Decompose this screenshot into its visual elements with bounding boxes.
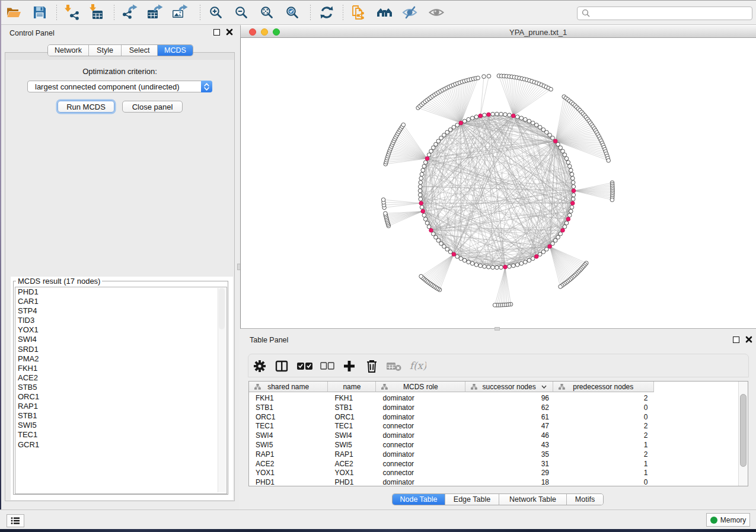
tab-motifs[interactable]: Motifs [567,494,603,505]
mcds-result-item[interactable]: FKH1 [15,364,227,373]
close-panel-button[interactable]: Close panel [122,101,183,113]
select-all-button[interactable] [296,357,314,375]
column-header-MCDS-role[interactable]: MCDS role [376,382,465,392]
cell-successor-nodes[interactable]: 46 [513,431,549,441]
cell-successor-nodes[interactable]: 61 [513,413,549,422]
mcds-result-item[interactable]: TID3 [15,316,227,325]
cell-shared-name[interactable]: ACE2 [256,460,274,469]
network-canvas[interactable] [240,38,756,329]
mcds-result-item[interactable]: SRD1 [15,345,227,354]
cell-predecessor-nodes[interactable]: 2 [613,450,648,460]
cell-name[interactable]: ORC1 [334,413,354,422]
optimization-criterion-select[interactable]: largest connected component (undirected) [27,81,212,92]
table-vertical-scrollbar[interactable] [738,382,748,486]
cell-shared-name[interactable]: PHD1 [256,478,275,486]
mcds-result-item[interactable]: ACE2 [15,373,227,383]
cell-successor-nodes[interactable]: 29 [513,469,549,478]
table-scrollbar-thumb[interactable] [740,394,747,467]
close-table-panel-icon[interactable] [745,336,752,343]
delete-column-button[interactable] [363,357,381,375]
cell-successor-nodes[interactable]: 62 [513,403,549,413]
mcds-result-item[interactable]: YOX1 [15,325,227,335]
zoom-fit-button[interactable] [257,3,277,22]
float-table-panel-icon[interactable] [733,336,739,343]
cell-MCDS-role[interactable]: dominator [382,403,414,413]
export-image-button[interactable] [170,3,190,22]
hide-selected-button[interactable] [400,3,420,22]
cell-MCDS-role[interactable]: connector [382,441,414,450]
copy-network-button[interactable] [349,3,369,22]
delete-table-button[interactable] [385,357,403,375]
tab-node-table[interactable]: Node Table [393,494,445,505]
cell-predecessor-nodes[interactable]: 0 [613,403,648,413]
cell-name[interactable]: PHD1 [334,478,353,486]
deselect-all-button[interactable] [318,357,336,375]
run-mcds-button[interactable]: Run MCDS [58,101,114,113]
cell-successor-nodes[interactable]: 96 [513,394,549,403]
cell-successor-nodes[interactable]: 31 [513,460,549,469]
cell-predecessor-nodes[interactable]: 1 [613,469,648,478]
column-header-predecessor-nodes[interactable]: predecessor nodes [553,382,654,392]
cell-successor-nodes[interactable]: 47 [513,422,549,431]
cell-MCDS-role[interactable]: dominator [382,478,414,486]
cell-MCDS-role[interactable]: dominator [382,450,414,460]
cell-predecessor-nodes[interactable]: 2 [613,431,648,441]
cell-name[interactable]: YOX1 [334,469,353,478]
cell-MCDS-role[interactable]: dominator [382,431,414,441]
cell-MCDS-role[interactable]: connector [382,460,414,469]
network-window-titlebar[interactable]: YPA_prune.txt_1 [240,25,756,38]
cell-shared-name[interactable]: SWI4 [256,431,273,441]
import-table-button[interactable] [87,3,107,22]
mcds-result-item[interactable]: SWI4 [15,335,227,344]
close-panel-icon[interactable] [226,28,233,36]
cell-predecessor-nodes[interactable]: 1 [613,441,648,450]
mcds-result-item[interactable]: TEC1 [15,430,227,440]
show-all-button[interactable] [426,3,446,22]
mcds-result-item[interactable]: PMA2 [15,354,227,364]
zoom-selected-button[interactable] [282,3,302,22]
cell-name[interactable]: SWI5 [334,441,352,450]
minimize-window-light[interactable] [261,28,268,36]
mcds-result-item[interactable]: ORC1 [15,392,227,402]
cell-predecessor-nodes[interactable]: 0 [613,478,648,486]
cell-shared-name[interactable]: SWI5 [256,441,273,450]
column-header-name[interactable]: name [328,382,376,392]
cell-name[interactable]: SWI4 [334,431,352,441]
mcds-result-item[interactable]: PHD1 [15,287,227,297]
cell-name[interactable]: ACE2 [334,460,353,469]
cell-MCDS-role[interactable]: dominator [382,413,414,422]
cell-predecessor-nodes[interactable]: 0 [613,413,648,422]
cell-MCDS-role[interactable]: connector [382,469,414,478]
cell-name[interactable]: FKH1 [334,394,353,403]
mcds-result-item[interactable]: CAR1 [15,297,227,306]
mcds-list-scrollbar[interactable] [218,288,226,492]
cell-successor-nodes[interactable]: 35 [513,450,549,460]
close-window-light[interactable] [249,28,256,36]
cell-name[interactable]: TEC1 [334,422,353,431]
cell-MCDS-role[interactable]: connector [382,422,414,431]
cell-name[interactable]: RAP1 [334,450,353,460]
cell-MCDS-role[interactable]: dominator [382,394,414,403]
cell-shared-name[interactable]: TEC1 [256,422,274,431]
memory-button[interactable]: Memory [706,513,750,527]
horizontal-splitter-handle[interactable] [495,327,500,331]
export-network-button[interactable] [120,3,141,22]
tab-select[interactable]: Select [122,45,158,56]
column-header-successor-nodes[interactable]: successor nodes [465,382,553,392]
mcds-result-item[interactable]: STP4 [15,306,227,316]
task-history-button[interactable] [7,514,24,527]
split-view-button[interactable] [273,357,291,375]
mcds-result-item[interactable]: RAP1 [15,402,227,411]
mcds-result-item[interactable]: SWI5 [15,421,227,430]
cell-shared-name[interactable]: FKH1 [256,394,274,403]
cell-predecessor-nodes[interactable]: 1 [613,460,648,469]
mcds-result-item[interactable]: GCR1 [15,440,227,450]
open-session-button[interactable] [4,3,24,22]
refresh-button[interactable] [317,3,337,22]
import-network-button[interactable] [63,3,83,22]
cell-successor-nodes[interactable]: 43 [513,441,549,450]
float-panel-icon[interactable] [213,29,220,36]
cell-name[interactable]: STB1 [334,403,352,413]
search-network-button[interactable] [375,3,395,22]
cell-shared-name[interactable]: YOX1 [256,469,275,478]
